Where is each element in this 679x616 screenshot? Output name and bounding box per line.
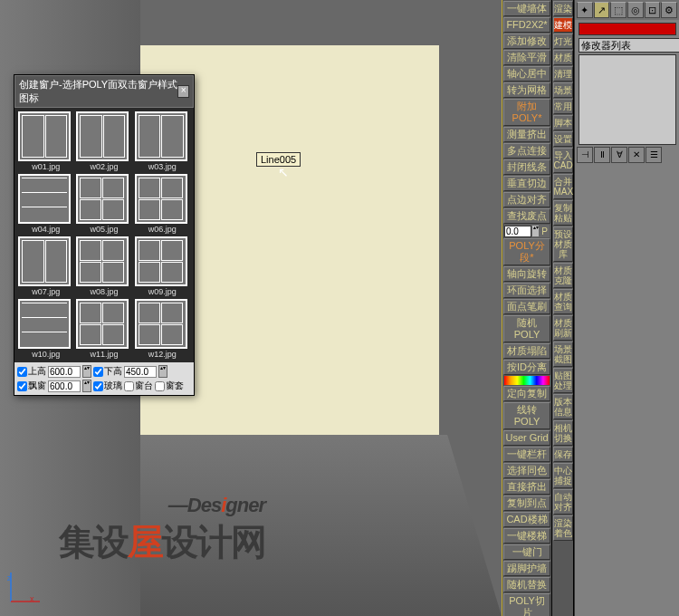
- bay-input[interactable]: [48, 380, 81, 392]
- mode-button[interactable]: 脚本: [553, 115, 573, 130]
- mode-button[interactable]: 渲染: [553, 1, 573, 16]
- thumb-w07.jpg[interactable]: w07.jpg: [18, 236, 73, 296]
- tool-button[interactable]: 测量挤出: [503, 127, 550, 142]
- top-height-check[interactable]: 上高: [17, 365, 46, 378]
- mode-button[interactable]: 相机切换: [553, 420, 573, 446]
- mode-button[interactable]: 材质查询: [553, 289, 573, 314]
- thumb-w11.jpg[interactable]: w11.jpg: [76, 299, 131, 359]
- tool-button[interactable]: 查找废点: [503, 208, 550, 224]
- mode-button[interactable]: 版本信息: [553, 394, 573, 419]
- panel-tab-icon[interactable]: ⊡: [645, 2, 661, 18]
- tool-button[interactable]: 垂直切边: [503, 176, 550, 191]
- tool-button[interactable]: 一键墙体: [503, 1, 550, 16]
- tool-button[interactable]: 多点连接: [503, 143, 550, 159]
- tool-button[interactable]: POLY切片: [503, 593, 550, 616]
- tool-button[interactable]: 踢脚护墙: [503, 561, 550, 576]
- tool-button[interactable]: FFD2X2*: [503, 17, 550, 33]
- mode-button[interactable]: 常用: [553, 99, 573, 114]
- spinner-icon[interactable]: ▴▾: [158, 365, 167, 378]
- tool-button[interactable]: 封闭线条: [503, 159, 550, 175]
- modifier-dropdown-field[interactable]: [579, 38, 680, 53]
- cover-check[interactable]: 窗套: [155, 380, 184, 392]
- spinner-icon[interactable]: ▴▾: [531, 225, 540, 237]
- mode-button[interactable]: 材质: [553, 50, 573, 65]
- mode-button[interactable]: 贴图处理: [553, 368, 573, 393]
- mode-button[interactable]: 合并MAX: [553, 174, 573, 199]
- top-height-input[interactable]: [48, 366, 81, 378]
- color-gradient[interactable]: [504, 376, 550, 385]
- modifier-dropdown[interactable]: ▼: [579, 38, 676, 53]
- dialog-titlebar[interactable]: 创建窗户-选择POLY面双击窗户样式图标 ×: [14, 75, 194, 108]
- tool-button[interactable]: 一键栏杆: [503, 447, 550, 462]
- mode-button[interactable]: 材质克隆: [553, 263, 573, 288]
- panel-tab-icon[interactable]: ✦: [577, 2, 593, 18]
- tool-button[interactable]: 一键楼梯: [503, 528, 550, 544]
- thumb-w06.jpg[interactable]: w06.jpg: [135, 174, 190, 234]
- tool-button[interactable]: 轴心居中: [503, 66, 550, 82]
- tool-button[interactable]: 环面选择: [503, 283, 550, 298]
- panel-tab-icon[interactable]: ↗: [594, 2, 610, 18]
- spinner-icon[interactable]: ▴▾: [82, 380, 91, 392]
- color-swatch[interactable]: [579, 23, 676, 35]
- tool-button[interactable]: 面点笔刷: [503, 299, 550, 314]
- tool-button[interactable]: 清除平滑: [503, 50, 550, 65]
- thumb-w12.jpg[interactable]: w12.jpg: [135, 299, 190, 359]
- tool-button[interactable]: 转为网格: [503, 82, 550, 98]
- value-spinner[interactable]: ▴▾P: [504, 225, 550, 237]
- bot-height-check[interactable]: 下高: [93, 365, 122, 378]
- mode-button[interactable]: 设置: [553, 131, 573, 147]
- panel-tab-icon[interactable]: ⚙: [661, 2, 677, 18]
- tool-button[interactable]: 选择同色: [503, 463, 550, 478]
- sill-check[interactable]: 窗台: [124, 380, 153, 392]
- tool-button[interactable]: 随机替换: [503, 577, 550, 592]
- thumb-w03.jpg[interactable]: w03.jpg: [135, 111, 190, 171]
- tool-button[interactable]: 点边对齐: [503, 192, 550, 207]
- window-creator-dialog[interactable]: 创建窗户-选择POLY面双击窗户样式图标 × w01.jpgw02.jpgw03…: [14, 74, 195, 396]
- mode-button[interactable]: 渲染着色: [553, 515, 573, 541]
- tool-button[interactable]: 随机POLY: [503, 315, 550, 342]
- thumb-w04.jpg[interactable]: w04.jpg: [18, 174, 73, 234]
- remove-icon[interactable]: ✕: [628, 147, 645, 163]
- mode-button[interactable]: 自动对齐: [553, 489, 573, 515]
- tool-button[interactable]: 按ID分离: [503, 360, 550, 375]
- modifier-stack[interactable]: [579, 54, 676, 145]
- tool-button[interactable]: 材质塌陷: [503, 343, 550, 359]
- panel-tab-icon[interactable]: ⬚: [610, 2, 626, 18]
- thumb-w05.jpg[interactable]: w05.jpg: [76, 174, 131, 234]
- tool-button[interactable]: 附加POLY*: [503, 99, 550, 126]
- tool-button[interactable]: 轴向旋转: [503, 266, 550, 282]
- close-icon[interactable]: ×: [177, 85, 189, 98]
- thumb-w09.jpg[interactable]: w09.jpg: [135, 236, 190, 296]
- mode-button[interactable]: 预设材质库: [553, 226, 573, 262]
- show-icon[interactable]: Ⅱ: [594, 147, 610, 163]
- mode-button[interactable]: 导入CAD: [553, 148, 573, 173]
- thumb-w01.jpg[interactable]: w01.jpg: [18, 111, 73, 171]
- unique-icon[interactable]: ∀: [611, 147, 627, 163]
- mode-button[interactable]: 清理: [553, 66, 573, 82]
- tool-button[interactable]: 定向复制: [503, 386, 550, 401]
- tool-button[interactable]: CAD楼梯: [503, 512, 550, 527]
- tool-button[interactable]: POLY分段*: [503, 238, 550, 265]
- tool-button[interactable]: User Grid: [503, 430, 550, 446]
- config-icon[interactable]: ☰: [646, 147, 662, 163]
- glass-check[interactable]: 玻璃: [93, 380, 122, 392]
- thumb-w10.jpg[interactable]: w10.jpg: [18, 299, 73, 359]
- bot-height-input[interactable]: [124, 366, 157, 378]
- mode-button[interactable]: 中心捕捉: [553, 463, 573, 488]
- bay-check[interactable]: 飘窗: [17, 380, 46, 392]
- tool-button[interactable]: 一键门: [503, 544, 550, 560]
- mode-button[interactable]: 场景: [553, 82, 573, 98]
- spinner-icon[interactable]: ▴▾: [82, 365, 91, 378]
- tool-button[interactable]: 添加修改: [503, 34, 550, 49]
- tool-button[interactable]: 复制到点: [503, 496, 550, 511]
- mode-button[interactable]: 建模: [553, 17, 573, 33]
- panel-tab-icon[interactable]: ◎: [627, 2, 644, 18]
- mode-button[interactable]: 保存: [553, 447, 573, 462]
- thumb-w02.jpg[interactable]: w02.jpg: [76, 111, 131, 171]
- thumb-w08.jpg[interactable]: w08.jpg: [76, 236, 131, 296]
- mode-button[interactable]: 材质刷新: [553, 315, 573, 341]
- mode-button[interactable]: 复制粘贴: [553, 200, 573, 226]
- mode-button[interactable]: 场景截图: [553, 342, 573, 367]
- tool-button[interactable]: 线转POLY: [503, 402, 550, 429]
- mode-button[interactable]: 灯光: [553, 34, 573, 49]
